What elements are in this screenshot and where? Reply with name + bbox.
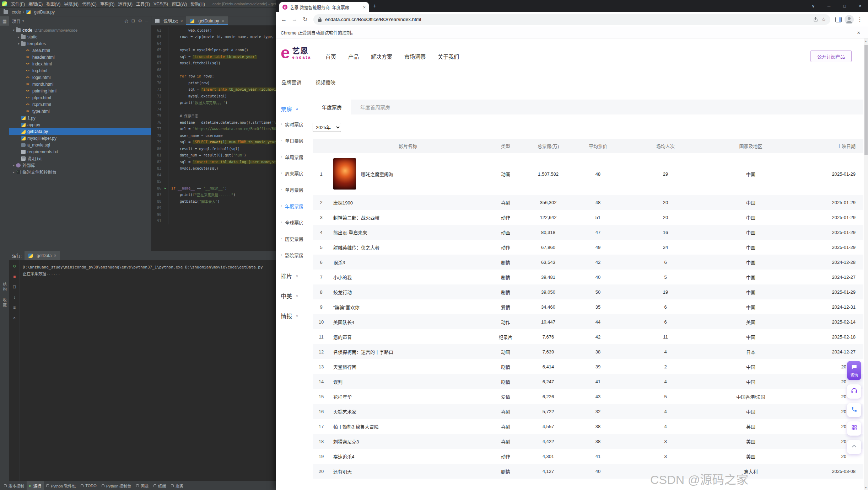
movie-name-cell[interactable]: 美国队长4 [330,319,486,325]
collapse-all-icon[interactable]: ⊟ [131,18,135,23]
code-area[interactable]: 62 web.close()63 rows = zip(movie_id, mo… [151,26,276,251]
breadcrumb-item[interactable]: getData.py [34,10,55,15]
tree-item[interactable]: requirements.txt [9,148,151,155]
tree-item[interactable]: a_movie.sql [9,142,151,148]
consult-button[interactable]: 咨询 [847,361,861,380]
tree-item[interactable]: rcpm.html [9,101,151,108]
tree-item[interactable]: ▸外部库 [9,162,151,169]
menu-item[interactable]: VCS(S) [152,0,170,7]
menu-kebab-icon[interactable]: ⋮ [854,14,865,25]
movie-name-cell[interactable]: 误判 [330,378,486,385]
tree-item[interactable]: getData.py [9,128,151,135]
menu-item[interactable]: 编辑(E) [27,0,44,7]
menu-item[interactable]: 窗口(W) [170,0,189,7]
bookmark-star-icon[interactable]: ☆ [821,16,826,23]
nav-item[interactable]: 产品 [348,53,359,60]
movie-name-cell[interactable]: 哪吒之魔童闹海 [330,158,486,190]
movie-name-cell[interactable]: 熊出没·重启未来 [330,229,486,236]
share-icon[interactable] [813,17,818,22]
new-tab-button[interactable]: + [373,2,377,10]
subscribe-button[interactable]: 公开订阅产品 [810,50,852,62]
soft-wrap-icon[interactable]: ≡ [11,304,18,311]
movie-name-cell[interactable]: 还有明天 [330,468,486,475]
movie-name-cell[interactable]: 帕丁顿熊3:秘鲁大冒险 [330,423,486,430]
forward-button[interactable]: → [289,14,300,25]
infobar-close-icon[interactable]: × [857,30,863,36]
tab-search-icon[interactable]: ∨ [805,0,821,12]
movie-name-cell[interactable]: 蛟龙行动 [330,289,486,295]
nav-item[interactable]: 首页 [325,53,336,60]
subnav-item[interactable]: 品牌营销 [281,79,301,86]
tree-item[interactable]: ▾templates [9,40,151,47]
editor[interactable]: 说明.txt×getData.py× 62 web.close()63 rows… [151,16,276,251]
statusbar-item[interactable]: ▶运行 [27,481,44,490]
endata-logo[interactable]: e 艺恩 endata [281,46,311,60]
sidebar-section[interactable]: 情报∨ [279,309,312,323]
movie-name-cell[interactable]: 您的声音 [330,334,486,340]
side-panel-icon[interactable] [833,14,844,25]
minimize-button[interactable]: ─ [821,0,837,12]
tree-item[interactable]: month.html [9,81,151,87]
movie-name-cell[interactable]: 封神第二部：战火西岐 [330,214,486,221]
back-to-top-button[interactable] [847,440,861,454]
run-tab[interactable]: getData × [25,251,60,260]
reload-button[interactable]: ↻ [300,14,311,25]
profile-avatar[interactable] [844,14,854,25]
movie-name-cell[interactable]: 火锅艺术家 [330,408,486,415]
hide-panel-icon[interactable]: ─ [145,18,148,23]
editor-tab[interactable]: getData.py× [186,16,227,25]
tree-item[interactable]: 说明.txt [9,155,151,162]
tree-item[interactable]: login.html [9,74,151,81]
statusbar-item[interactable]: 服务 [168,481,186,490]
sidebar-item[interactable]: 历史票房 [279,230,312,247]
phone-button[interactable] [847,403,861,417]
content-tab[interactable]: 年度首周票房 [351,100,399,114]
movie-name-cell[interactable]: 误杀3 [330,259,486,266]
tree-item[interactable]: area.html [9,47,151,54]
site-info-lock-icon[interactable] [318,17,322,22]
close-button[interactable]: × [852,0,868,12]
editor-tab[interactable]: 说明.txt× [151,16,186,25]
tab-close-icon[interactable]: × [180,19,183,23]
settings-icon[interactable]: ⚙ [138,18,142,23]
sidebar-item[interactable]: 影院票房 [279,247,312,263]
movie-name-cell[interactable]: 射雕英雄传：侠之大者 [330,244,486,251]
rerun-icon[interactable]: ↻ [11,263,18,270]
statusbar-item[interactable]: 版本控制 [1,481,27,490]
breadcrumb-item[interactable]: code [12,10,21,15]
sidebar-item[interactable]: 年度票房 [279,198,312,214]
locate-file-icon[interactable]: ◎ [124,18,128,23]
movie-name-cell[interactable]: “骗骗”喜欢你 [330,304,486,310]
movie-name-cell[interactable]: 小小的我 [330,274,486,281]
menu-item[interactable]: 代码(C) [80,0,98,7]
chevron-down-icon[interactable]: ▾ [22,19,24,23]
menu-item[interactable]: 重构(R) [98,0,117,7]
tree-item[interactable]: mysqlHelper.py [9,135,151,142]
statusbar-item[interactable]: TODO [78,481,99,490]
clear-icon[interactable]: × [11,315,18,321]
tree-item[interactable]: type.html [9,108,151,114]
movie-name-cell[interactable]: 花样年华 [330,393,486,400]
scroll-down-icon[interactable]: ▼ [864,485,868,490]
movie-name-cell[interactable]: 名侦探柯南：迷宫的十字路口 [330,348,486,355]
page-scrollbar[interactable]: ▲ ▼ [864,38,868,490]
sidebar-section[interactable]: 排片∨ [279,269,312,283]
sidebar-section[interactable]: 票房∧ [279,102,312,116]
restore-layout-icon[interactable]: ⊟ [11,284,18,290]
year-select[interactable]: 2025年 [313,123,341,132]
tree-item[interactable]: 1.py [9,114,151,121]
nav-item[interactable]: 解决方案 [371,53,392,60]
sidebar-item[interactable]: 周末票房 [279,165,312,181]
url-text[interactable]: endata.com.cn/BoxOffice/BO/Year/index.ht… [325,17,810,22]
maximize-button[interactable]: □ [837,0,852,12]
tab-close-icon[interactable]: × [222,19,224,23]
tool-window-tab[interactable]: 收藏 [2,298,7,308]
project-tool-icon[interactable]: ▦ [0,16,9,26]
stop-icon[interactable]: ■ [11,273,18,280]
sidebar-item[interactable]: 全球票房 [279,214,312,230]
statusbar-item[interactable]: 问题 [134,481,151,490]
tree-item[interactable]: index.html [9,60,151,67]
statusbar-item[interactable]: Python 软件包 [44,481,78,490]
menu-item[interactable]: 文件(F) [9,0,27,7]
menu-item[interactable]: 帮助(H) [189,0,207,7]
